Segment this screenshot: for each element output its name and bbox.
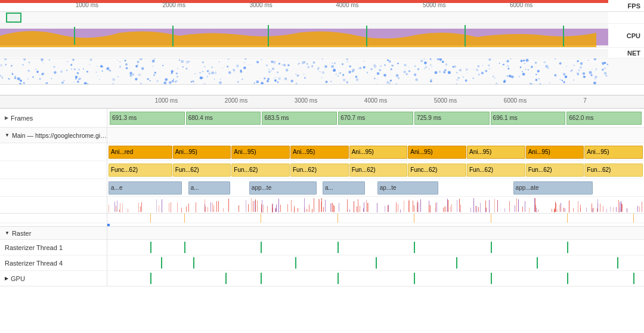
svg-point-304 bbox=[112, 83, 114, 85]
main-row-2: Func...62) Fun...62) Fun...62) Fun...62)… bbox=[0, 161, 644, 179]
frames-triangle[interactable]: ▶ bbox=[5, 115, 8, 121]
svg-point-137 bbox=[370, 68, 372, 70]
svg-point-126 bbox=[278, 63, 280, 64]
frame-block-2[interactable]: 683.5 ms bbox=[262, 112, 337, 125]
svg-point-242 bbox=[125, 63, 128, 66]
task-ani-6[interactable]: Ani...95) bbox=[467, 146, 525, 159]
svg-point-256 bbox=[343, 79, 345, 81]
svg-point-243 bbox=[154, 58, 156, 60]
blue-ind-spacer bbox=[0, 223, 107, 226]
svg-point-257 bbox=[326, 81, 328, 83]
func-8[interactable]: Fun...62) bbox=[584, 164, 643, 177]
svg-point-65 bbox=[407, 74, 408, 75]
frame-block-1[interactable]: 680.4 ms bbox=[186, 112, 261, 125]
svg-point-36 bbox=[287, 64, 289, 66]
app-4[interactable]: ap...te bbox=[377, 181, 438, 195]
svg-point-218 bbox=[430, 58, 432, 60]
frame-block-0[interactable]: 691.3 ms bbox=[110, 112, 185, 125]
svg-point-368 bbox=[386, 81, 389, 84]
svg-point-380 bbox=[565, 76, 567, 78]
svg-point-105 bbox=[243, 67, 246, 70]
svg-point-131 bbox=[424, 67, 425, 69]
task-ani-8[interactable]: Ani...95) bbox=[584, 146, 643, 159]
svg-point-278 bbox=[191, 81, 193, 83]
func-3[interactable]: Fun...62) bbox=[290, 164, 349, 177]
svg-point-385 bbox=[0, 75, 1, 76]
svg-point-21 bbox=[11, 65, 12, 66]
svg-point-95 bbox=[23, 58, 26, 61]
main-row3-spacer bbox=[0, 179, 107, 196]
svg-point-222 bbox=[261, 82, 264, 85]
svg-point-288 bbox=[578, 69, 580, 72]
func-5[interactable]: Func...62) bbox=[408, 164, 466, 177]
svg-point-124 bbox=[538, 78, 540, 79]
svg-point-145 bbox=[192, 81, 194, 82]
svg-point-97 bbox=[330, 81, 332, 82]
task-ani-1[interactable]: Ani...95) bbox=[173, 146, 231, 159]
task-ani-7[interactable]: Ani...95) bbox=[526, 146, 584, 159]
frame-block-5[interactable]: 696.1 ms bbox=[491, 112, 566, 125]
svg-point-337 bbox=[333, 69, 336, 72]
func-2[interactable]: Fun...62) bbox=[231, 164, 290, 177]
svg-point-279 bbox=[188, 61, 190, 62]
svg-point-327 bbox=[509, 75, 512, 78]
svg-point-63 bbox=[423, 58, 425, 60]
main-triangle[interactable]: ▼ bbox=[5, 132, 10, 138]
frame-block-6[interactable]: 662.0 ms bbox=[566, 112, 642, 125]
svg-point-219 bbox=[207, 70, 209, 72]
svg-point-47 bbox=[448, 71, 451, 74]
svg-point-293 bbox=[209, 72, 209, 72]
raster-triangle[interactable]: ▼ bbox=[5, 230, 10, 236]
rasterizer-thread-4-row: Rasterizer Thread 4 bbox=[0, 255, 644, 271]
app-5[interactable]: app...ate bbox=[513, 181, 593, 195]
frame-block-4[interactable]: 725.9 ms bbox=[414, 112, 490, 125]
task-ani-3[interactable]: Ani...95) bbox=[290, 146, 349, 159]
svg-point-299 bbox=[439, 70, 441, 73]
svg-point-321 bbox=[408, 67, 408, 67]
app-2[interactable]: app...te bbox=[249, 181, 317, 195]
svg-point-120 bbox=[249, 64, 250, 65]
frames-label: ▶ Frames bbox=[0, 109, 107, 127]
task-ani-2[interactable]: Ani...95) bbox=[231, 146, 290, 159]
svg-point-193 bbox=[19, 83, 22, 85]
svg-point-345 bbox=[267, 80, 269, 82]
frame-block-3[interactable]: 670.7 ms bbox=[338, 112, 413, 125]
svg-point-358 bbox=[219, 61, 219, 62]
task-ani-4[interactable]: Ani...95) bbox=[349, 146, 408, 159]
gpu-triangle[interactable]: ▶ bbox=[5, 276, 8, 281]
svg-point-96 bbox=[286, 69, 288, 71]
svg-point-360 bbox=[408, 70, 411, 72]
svg-point-187 bbox=[430, 64, 432, 66]
svg-point-207 bbox=[482, 65, 483, 66]
svg-point-229 bbox=[439, 58, 442, 61]
svg-point-301 bbox=[417, 68, 419, 70]
svg-point-389 bbox=[445, 63, 448, 66]
svg-point-326 bbox=[79, 78, 81, 80]
svg-point-15 bbox=[284, 60, 284, 60]
rasterizer-thread-1-content bbox=[107, 240, 644, 255]
app-3[interactable]: a... bbox=[323, 181, 365, 195]
func-4[interactable]: Fun...62) bbox=[349, 164, 408, 177]
svg-point-100 bbox=[604, 72, 606, 75]
timeline-content: 1000 ms 2000 ms 3000 ms 4000 ms 5000 ms … bbox=[0, 95, 644, 333]
app-1[interactable]: a... bbox=[188, 181, 231, 195]
svg-point-199 bbox=[32, 76, 33, 78]
svg-point-331 bbox=[548, 68, 549, 69]
main-row-1: Ani...red Ani...95) Ani...95) Ani...95) … bbox=[0, 143, 644, 161]
svg-point-370 bbox=[570, 70, 572, 72]
svg-point-228 bbox=[429, 69, 429, 69]
task-ani-red[interactable]: Ani...red bbox=[109, 146, 172, 159]
func-1[interactable]: Fun...62) bbox=[173, 164, 231, 177]
app-0[interactable]: a...e bbox=[109, 181, 182, 195]
svg-point-129 bbox=[363, 66, 366, 69]
func-7[interactable]: Fun...62) bbox=[526, 164, 584, 177]
svg-point-98 bbox=[96, 72, 97, 73]
svg-point-9 bbox=[228, 58, 230, 60]
func-0[interactable]: Func...62) bbox=[109, 164, 172, 177]
svg-point-355 bbox=[391, 68, 392, 70]
svg-point-146 bbox=[540, 83, 541, 85]
func-6[interactable]: Fun...62) bbox=[467, 164, 525, 177]
task-ani-5[interactable]: Ani...95) bbox=[408, 146, 466, 159]
svg-point-209 bbox=[454, 66, 456, 68]
svg-point-373 bbox=[531, 66, 533, 68]
